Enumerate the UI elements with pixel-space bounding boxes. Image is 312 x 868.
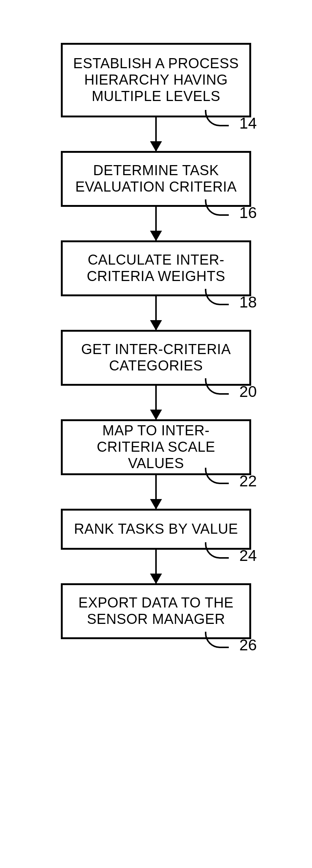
callout-hook bbox=[205, 378, 229, 395]
flow-box-text: GET INTER-CRITERIA CATEGORIES bbox=[69, 341, 243, 374]
flow-box: CALCULATE INTER-CRITERIA WEIGHTS bbox=[61, 240, 251, 296]
flow-node-label: 16 bbox=[239, 204, 257, 222]
callout-hook bbox=[205, 632, 229, 648]
flow-box: DETERMINE TASK EVALUATION CRITERIA bbox=[61, 151, 251, 207]
flow-box-text: ESTABLISH A PROCESS HIERARCHY HAVING MUL… bbox=[69, 56, 243, 104]
callout-hook bbox=[205, 468, 229, 484]
flow-node-label: 24 bbox=[239, 547, 257, 565]
flowchart-canvas: ESTABLISH A PROCESS HIERARCHY HAVING MUL… bbox=[0, 0, 312, 868]
flow-arrow bbox=[155, 117, 157, 151]
flow-box-text: DETERMINE TASK EVALUATION CRITERIA bbox=[69, 162, 243, 195]
flowchart: ESTABLISH A PROCESS HIERARCHY HAVING MUL… bbox=[61, 43, 251, 639]
flow-box-text: CALCULATE INTER-CRITERIA WEIGHTS bbox=[69, 252, 243, 284]
flow-node-label: 18 bbox=[239, 293, 257, 311]
flow-node-20: GET INTER-CRITERIA CATEGORIES 20 bbox=[61, 330, 251, 386]
flow-node-22: MAP TO INTER-CRITERIA SCALE VALUES 22 bbox=[61, 419, 251, 475]
flow-node-label: 14 bbox=[239, 114, 257, 132]
flow-arrow bbox=[155, 386, 157, 419]
flow-box-text: MAP TO INTER-CRITERIA SCALE VALUES bbox=[69, 423, 243, 471]
flow-node-18: CALCULATE INTER-CRITERIA WEIGHTS 18 bbox=[61, 240, 251, 296]
callout-hook bbox=[205, 289, 229, 305]
flow-node-label: 26 bbox=[239, 636, 257, 654]
callout-hook bbox=[205, 199, 229, 216]
flow-box: MAP TO INTER-CRITERIA SCALE VALUES bbox=[61, 419, 251, 475]
flow-node-label: 20 bbox=[239, 383, 257, 401]
flow-node-26: EXPORT DATA TO THE SENSOR MANAGER 26 bbox=[61, 583, 251, 639]
flow-arrow bbox=[155, 207, 157, 240]
flow-node-label: 22 bbox=[239, 472, 257, 490]
flow-box: EXPORT DATA TO THE SENSOR MANAGER bbox=[61, 583, 251, 639]
callout-hook bbox=[205, 110, 229, 126]
flow-box-text: EXPORT DATA TO THE SENSOR MANAGER bbox=[69, 595, 243, 627]
flow-box: GET INTER-CRITERIA CATEGORIES bbox=[61, 330, 251, 386]
flow-node-14: ESTABLISH A PROCESS HIERARCHY HAVING MUL… bbox=[61, 43, 251, 117]
flow-arrow bbox=[155, 475, 157, 509]
callout-hook bbox=[205, 542, 229, 559]
flow-arrow bbox=[155, 296, 157, 330]
flow-node-16: DETERMINE TASK EVALUATION CRITERIA 16 bbox=[61, 151, 251, 207]
flow-arrow bbox=[155, 550, 157, 583]
flow-node-24: RANK TASKS BY VALUE 24 bbox=[61, 509, 251, 550]
flow-box: ESTABLISH A PROCESS HIERARCHY HAVING MUL… bbox=[61, 43, 251, 117]
flow-box-text: RANK TASKS BY VALUE bbox=[74, 521, 238, 537]
